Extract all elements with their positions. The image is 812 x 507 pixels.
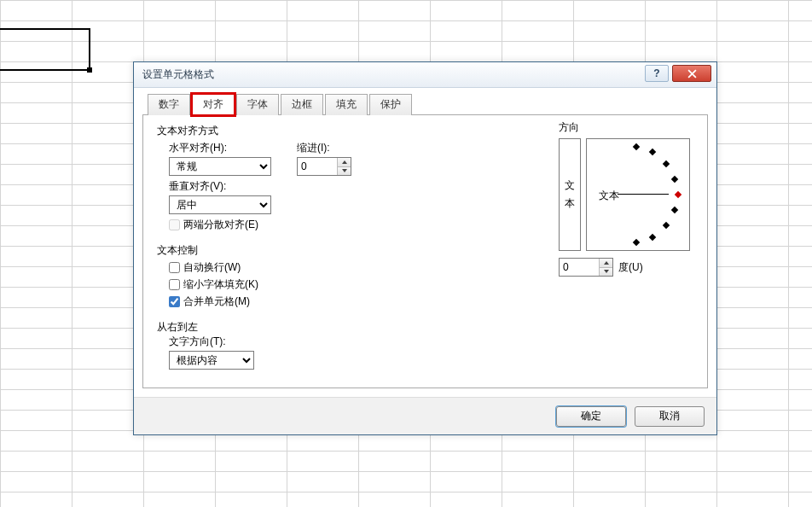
vertical-text-char: 文 — [565, 178, 575, 193]
wrap-text-label: 自动换行(W) — [183, 260, 241, 275]
degree-down-button[interactable] — [600, 268, 612, 277]
degree-input[interactable] — [560, 259, 599, 276]
ok-button[interactable]: 确定 — [556, 406, 626, 427]
v-align-label: 垂直对齐(V): — [169, 179, 271, 194]
wrap-text-checkbox[interactable] — [169, 262, 180, 273]
v-align-select[interactable]: 居中 — [169, 195, 271, 214]
cancel-button[interactable]: 取消 — [635, 406, 705, 427]
h-align-select[interactable]: 常规 — [169, 157, 271, 176]
dial-marker — [663, 160, 670, 167]
tab-font[interactable]: 字体 — [236, 94, 279, 115]
group-label-rtl: 从右到左 — [157, 320, 198, 335]
group-label-text-control: 文本控制 — [157, 243, 198, 258]
help-button[interactable]: ? — [645, 65, 669, 82]
group-right-to-left: 从右到左 文字方向(T): 根据内容 — [157, 320, 693, 370]
dial-marker — [671, 176, 678, 183]
tab-alignment[interactable]: 对齐 — [192, 94, 235, 115]
justify-distributed-checkbox — [169, 219, 180, 230]
degree-up-button[interactable] — [600, 259, 612, 268]
degree-label: 度(U) — [618, 260, 643, 275]
dial-marker — [663, 222, 670, 229]
group-label-orientation: 方向 — [559, 120, 693, 135]
merge-cells-checkbox[interactable] — [169, 296, 180, 307]
shrink-fit-label: 缩小字体填充(K) — [183, 277, 258, 292]
dialog-footer: 确定 取消 — [134, 397, 716, 434]
group-label-text-alignment: 文本对齐方式 — [157, 124, 218, 138]
dial-marker-active — [675, 191, 682, 198]
orientation-dial[interactable]: 文本 — [586, 138, 690, 251]
chevron-down-icon — [604, 270, 609, 273]
dial-marker — [633, 239, 640, 246]
dial-marker — [633, 143, 640, 150]
dialog-titlebar[interactable]: 设置单元格格式 ? — [134, 62, 716, 88]
indent-up-button[interactable] — [338, 158, 351, 167]
dial-marker — [649, 149, 656, 155]
indent-input[interactable] — [298, 158, 337, 175]
dial-marker — [649, 234, 656, 241]
group-orientation: 方向 文 本 文本 — [559, 120, 693, 277]
vertical-text-char: 本 — [565, 196, 575, 211]
text-direction-label: 文字方向(T): — [169, 335, 693, 349]
close-button[interactable] — [672, 65, 711, 82]
format-cells-dialog: 设置单元格格式 ? 数字 对齐 字体 边框 填充 保护 文本对齐方式 水平对齐(… — [133, 61, 717, 435]
tab-protection[interactable]: 保护 — [369, 94, 412, 115]
tab-fill[interactable]: 填充 — [325, 94, 368, 115]
tab-border[interactable]: 边框 — [281, 94, 323, 115]
h-align-label: 水平对齐(H): — [169, 141, 271, 155]
dialog-title: 设置单元格格式 — [142, 67, 214, 82]
indent-spinner[interactable] — [297, 157, 351, 176]
text-direction-select[interactable]: 根据内容 — [169, 351, 254, 370]
selected-cell-outline — [0, 28, 90, 71]
chevron-up-icon — [342, 160, 347, 164]
merge-cells-label: 合并单元格(M) — [183, 294, 250, 309]
dial-marker — [671, 207, 678, 213]
chevron-down-icon — [342, 169, 347, 172]
vertical-text-button[interactable]: 文 本 — [559, 138, 581, 251]
justify-distributed-label: 两端分散对齐(E) — [183, 218, 258, 232]
chevron-up-icon — [604, 261, 609, 265]
dial-indicator-line — [618, 194, 669, 195]
close-icon — [687, 69, 697, 79]
indent-down-button[interactable] — [338, 167, 351, 176]
tab-content: 文本对齐方式 水平对齐(H): 常规 缩进(I): — [142, 114, 708, 388]
tab-strip: 数字 对齐 字体 边框 填充 保护 — [148, 93, 708, 114]
dial-text-label: 文本 — [599, 189, 619, 203]
shrink-fit-checkbox[interactable] — [169, 279, 180, 290]
tab-number[interactable]: 数字 — [148, 94, 190, 115]
indent-label: 缩进(I): — [297, 141, 351, 155]
degree-spinner[interactable] — [559, 258, 613, 277]
